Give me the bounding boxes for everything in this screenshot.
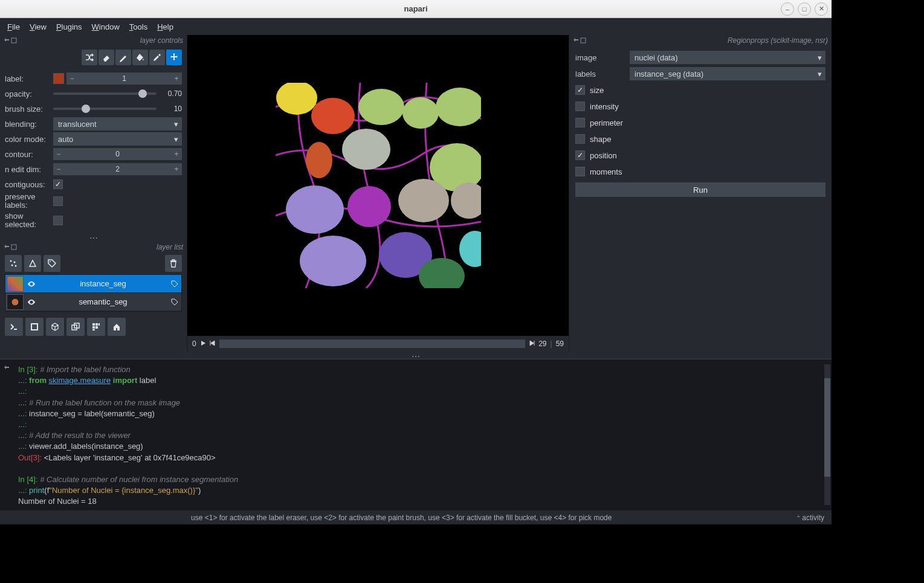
plus-icon[interactable]: + <box>171 163 182 175</box>
layer-item-instance_seg[interactable]: instance_seg <box>5 275 181 293</box>
opacity-slider[interactable]: 0.70 <box>53 88 182 100</box>
svg-rect-0 <box>11 38 16 43</box>
chevron-down-icon: ▾ <box>174 120 178 129</box>
menu-plugins[interactable]: Plugins <box>56 22 82 31</box>
visibility-toggle[interactable] <box>25 280 38 288</box>
play-button[interactable] <box>200 340 206 348</box>
popout-icon[interactable] <box>573 37 579 43</box>
image-label: image <box>575 53 630 62</box>
opacity-label: opacity: <box>5 89 53 98</box>
delete-layer-button[interactable] <box>165 255 182 272</box>
preserve-checkbox[interactable] <box>53 196 63 206</box>
label-color-swatch[interactable] <box>53 73 64 84</box>
regionprops-title: Regionprops (scikit-image, nsr) <box>728 36 828 45</box>
brush-slider[interactable]: 10 <box>53 103 182 115</box>
canvas[interactable] <box>187 35 569 336</box>
popout-icon[interactable] <box>4 363 10 369</box>
contiguous-label: contiguous: <box>5 180 53 189</box>
step-fwd-button[interactable] <box>529 340 535 348</box>
minus-icon[interactable]: − <box>53 148 64 160</box>
run-button[interactable]: Run <box>575 182 825 197</box>
minus-icon[interactable]: − <box>53 163 64 175</box>
checkbox-label-shape: shape <box>590 135 611 144</box>
plus-icon[interactable]: + <box>171 148 182 160</box>
status-hint: use <1> for activate the label eraser, u… <box>7 514 796 522</box>
layer-list: instance_seg semantic_seg <box>5 274 182 312</box>
svg-point-19 <box>286 185 344 234</box>
layer-type-icon <box>168 298 181 306</box>
svg-point-17 <box>342 129 390 170</box>
checkbox-intensity[interactable] <box>575 101 585 111</box>
new-points-button[interactable] <box>5 255 22 272</box>
console[interactable]: In [3]: # Import the label function ...:… <box>0 359 832 510</box>
float-icon[interactable] <box>11 37 17 43</box>
close-button[interactable]: ✕ <box>815 2 828 16</box>
layer-list-title: layer list <box>157 243 183 251</box>
picker-button[interactable] <box>149 50 165 65</box>
dims-slider[interactable]: 0 29 | 59 <box>187 336 569 352</box>
image-combo[interactable]: nuclei (data) ▾ <box>630 51 825 64</box>
left-panel: layer controls label: − 1 + <box>0 35 187 352</box>
checkbox-position[interactable] <box>575 150 585 160</box>
float-icon[interactable] <box>580 37 586 43</box>
blending-combo[interactable]: translucent ▾ <box>53 117 182 130</box>
ndisplay-3d-button[interactable] <box>46 318 64 336</box>
ndisplay-2d-button[interactable] <box>25 318 44 336</box>
console-scrollbar[interactable] <box>824 364 830 505</box>
console-resize-handle[interactable]: ⋯ <box>0 352 832 359</box>
paint-button[interactable] <box>115 50 131 65</box>
maximize-button[interactable]: □ <box>798 2 811 16</box>
statusbar: use <1> for activate the label eraser, u… <box>0 510 832 524</box>
nedit-label: n edit dim: <box>5 165 53 174</box>
layer-list-header: layer list <box>0 242 187 253</box>
viewer-buttons <box>0 314 187 340</box>
labels-combo[interactable]: instance_seg (data) ▾ <box>630 67 825 80</box>
contiguous-checkbox[interactable] <box>53 179 63 189</box>
shuffle-colors-button[interactable] <box>82 50 97 65</box>
visibility-toggle[interactable] <box>25 298 38 306</box>
checkbox-label-moments: moments <box>590 167 622 176</box>
popout-icon[interactable] <box>4 244 10 250</box>
menubar: File View Plugins Window Tools Help <box>0 18 832 35</box>
svg-point-5 <box>15 265 17 267</box>
colormode-combo[interactable]: auto ▾ <box>53 132 182 146</box>
svg-point-13 <box>358 89 404 125</box>
nedit-spinbox[interactable]: − 2 + <box>53 163 182 175</box>
checkbox-moments[interactable] <box>575 167 585 176</box>
minimize-button[interactable]: – <box>781 2 794 16</box>
activity-button[interactable]: activity <box>796 514 824 522</box>
popout-icon[interactable] <box>4 37 10 43</box>
colormode-label: color mode: <box>5 135 53 144</box>
contour-spinbox[interactable]: − 0 + <box>53 148 182 160</box>
menu-tools[interactable]: Tools <box>129 22 147 31</box>
label-spinbox[interactable]: − 1 + <box>66 72 182 85</box>
showselected-checkbox[interactable] <box>53 216 63 225</box>
layer-name: instance_seg <box>38 279 168 288</box>
menu-file[interactable]: File <box>7 22 20 31</box>
new-shapes-button[interactable] <box>24 255 41 272</box>
console-toggle-button[interactable] <box>5 318 23 336</box>
dim-max: 59 <box>556 340 564 348</box>
float-icon[interactable] <box>11 244 17 250</box>
reset-view-button[interactable] <box>108 318 126 336</box>
new-labels-button[interactable] <box>44 255 60 272</box>
menu-window[interactable]: Window <box>92 22 120 31</box>
resize-handle[interactable]: ⋯ <box>0 233 187 242</box>
checkbox-size[interactable] <box>575 85 585 95</box>
checkbox-shape[interactable] <box>575 134 585 144</box>
step-back-button[interactable] <box>210 340 216 348</box>
menu-view[interactable]: View <box>30 22 47 31</box>
layer-thumbnail <box>7 294 24 310</box>
fill-button[interactable] <box>132 50 148 65</box>
roll-dims-button[interactable] <box>66 318 85 336</box>
svg-point-12 <box>311 98 355 134</box>
checkbox-perimeter[interactable] <box>575 118 585 127</box>
layer-item-semantic_seg[interactable]: semantic_seg <box>5 293 181 311</box>
menu-help[interactable]: Help <box>157 22 173 31</box>
plus-icon[interactable]: + <box>171 72 182 85</box>
panzoom-button[interactable] <box>166 50 182 65</box>
grid-toggle-button[interactable] <box>87 318 105 336</box>
erase-button[interactable] <box>99 50 114 65</box>
checkbox-label-intensity: intensity <box>590 102 619 111</box>
minus-icon[interactable]: − <box>66 72 77 85</box>
